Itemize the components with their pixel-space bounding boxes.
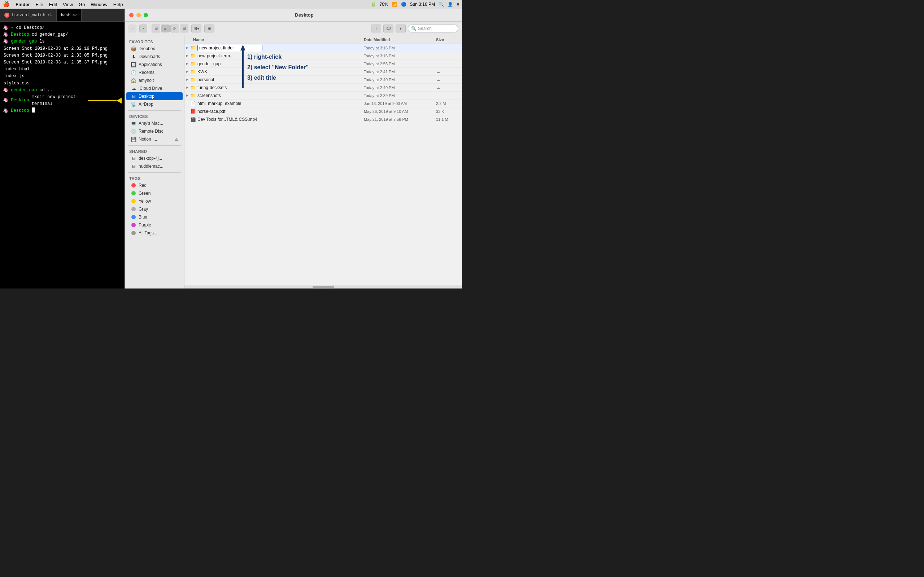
- menu-extra-icon[interactable]: ≡: [457, 2, 459, 7]
- sidebar-label-green: Green: [139, 191, 150, 196]
- sidebar-label-amys-mac: Amy's Mac...: [139, 121, 163, 126]
- sidebar-item-icloud-drive[interactable]: ☁ iCloud Drive: [126, 84, 183, 92]
- expand-1[interactable]: ▶: [184, 46, 190, 49]
- file-name-2: new-project-term...: [197, 53, 361, 58]
- sidebar-item-amyholt[interactable]: 🏠 amyholt: [126, 76, 183, 84]
- search-box[interactable]: 🔍 Search: [408, 24, 459, 32]
- help-menu[interactable]: Help: [113, 2, 123, 7]
- col-size-header[interactable]: Size: [433, 37, 462, 42]
- sidebar-item-dropbox[interactable]: 📦 Dropbox: [126, 45, 183, 53]
- sidebar-item-amys-mac[interactable]: 💻 Amy's Mac...: [126, 119, 183, 127]
- file-row-kwk[interactable]: ▶ 📁 KWK Today at 2:41 PM ☁: [184, 68, 462, 76]
- traffic-close[interactable]: [129, 13, 134, 17]
- sidebar-item-applications[interactable]: 🔲 Applications: [126, 61, 183, 69]
- file-row-horse-race[interactable]: ▶ 📕 horse-race.pdf May 26, 2019 at 9:10 …: [184, 108, 462, 115]
- sidebar-tag-purple[interactable]: Purple: [126, 221, 183, 229]
- terminal-line-6: 🦄 Desktop: [3, 108, 122, 114]
- sidebar-tag-gray[interactable]: Gray: [126, 205, 183, 213]
- col-date-header[interactable]: Date Modified: [361, 37, 433, 42]
- menu-bar: 🍎 Finder File Edit View Go Window Help 🔋…: [0, 0, 462, 9]
- sidebar-tag-all[interactable]: All Tags...: [126, 229, 183, 237]
- horizontal-scrollbar[interactable]: [184, 285, 462, 288]
- view-list-btn[interactable]: ≡: [161, 24, 170, 32]
- expand-4[interactable]: ▶: [184, 70, 190, 73]
- file-menu[interactable]: File: [36, 2, 43, 7]
- file-row-new-project-terminal[interactable]: ▶ 📁 new-project-term... Today at 3:16 PM: [184, 52, 462, 60]
- file-name-5: personal: [197, 77, 361, 82]
- sidebar-item-desktop[interactable]: 🖥 Desktop: [126, 92, 183, 100]
- apple-menu[interactable]: 🍎: [3, 1, 10, 8]
- prompt-path-3: gender_gap: [11, 38, 37, 45]
- view-menu[interactable]: View: [63, 2, 73, 7]
- more-action-btn[interactable]: ▾: [396, 24, 406, 32]
- file-row-gender-gap[interactable]: ▶ 📁 gender_gap Today at 2:56 PM: [184, 60, 462, 68]
- sidebar-tag-red[interactable]: Red: [126, 181, 183, 189]
- tab-1-label: fsevent_watch: [11, 13, 45, 18]
- col-name-header[interactable]: Name: [184, 37, 361, 42]
- sidebar-item-notion[interactable]: 💾 Notion I... ⏏: [126, 135, 183, 143]
- sidebar-tag-green[interactable]: Green: [126, 189, 183, 197]
- expand-2[interactable]: ▶: [184, 54, 190, 57]
- sidebar-label-recents: Recents: [139, 70, 155, 75]
- sidebar-item-desktop-4j[interactable]: 🖥 desktop-4j...: [126, 154, 183, 162]
- file-name-input[interactable]: [197, 45, 262, 51]
- nav-back-button[interactable]: ‹: [129, 24, 136, 32]
- view-column-btn[interactable]: ⫸: [170, 24, 179, 32]
- sidebar-item-airdrop[interactable]: 📡 AirDrop: [126, 100, 183, 108]
- tag-action-btn[interactable]: 🏷: [383, 24, 393, 32]
- arrow-spacer: [88, 98, 122, 103]
- sidebar-label-all-tags: All Tags...: [139, 230, 157, 235]
- file-size-4: ☁: [433, 69, 462, 74]
- cmd-1: cd Desktop/: [16, 24, 45, 31]
- cmd-3: ls: [39, 38, 44, 45]
- expand-7[interactable]: ▶: [184, 94, 190, 97]
- disc-icon: 💿: [131, 128, 136, 134]
- file-row-html-markup[interactable]: ▶ 📄 html_markup_example Jun 13, 2019 at …: [184, 100, 462, 108]
- sidebar-item-downloads[interactable]: ⬇ Downloads: [126, 53, 183, 61]
- sidebar-label-downloads: Downloads: [139, 54, 160, 59]
- view-icon-btn[interactable]: ⊞: [152, 24, 160, 32]
- icloud-icon: ☁: [131, 85, 136, 91]
- search-icon[interactable]: 🔍: [439, 2, 444, 7]
- go-menu[interactable]: Go: [79, 2, 85, 7]
- window-menu[interactable]: Window: [90, 2, 107, 7]
- file-row-screenshots[interactable]: ▶ 📁 screenshots Today at 2:39 PM: [184, 92, 462, 100]
- edit-menu[interactable]: Edit: [49, 2, 57, 7]
- expand-5[interactable]: ▶: [184, 78, 190, 81]
- sidebar-label-desktop: Desktop: [139, 94, 155, 99]
- airdrop-icon: 📡: [131, 102, 136, 107]
- terminal-tab-1[interactable]: ✕ fsevent_watch ●1: [0, 9, 57, 21]
- output-4: index.html: [3, 66, 122, 73]
- file-date-3: Today at 2:56 PM: [361, 62, 433, 66]
- view-gallery-btn[interactable]: ⊟: [180, 24, 188, 32]
- file-row-new-project-finder[interactable]: ▶ 📁 Today at 3:16 PM: [184, 44, 462, 52]
- file-size-9: 33 K: [433, 109, 462, 114]
- file-row-turing[interactable]: ▶ 📁 turing-decksets Today at 2:40 PM ☁: [184, 84, 462, 92]
- terminal-tab-2[interactable]: bash ⌘2: [57, 9, 82, 21]
- traffic-maximize[interactable]: [144, 13, 148, 17]
- finder-main: Name Date Modified Size ▶ 📁 Today at 3:1…: [184, 35, 462, 288]
- tag-red-icon: [131, 182, 136, 188]
- sidebar-item-recents[interactable]: 🕐 Recents: [126, 69, 183, 76]
- sidebar-item-remote-disc[interactable]: 💿 Remote Disc: [126, 127, 183, 135]
- share-action-btn[interactable]: ↑: [371, 24, 381, 32]
- file-date-1: Today at 3:16 PM: [361, 46, 433, 50]
- expand-3[interactable]: ▶: [184, 62, 190, 65]
- finder-menu[interactable]: Finder: [16, 2, 30, 7]
- file-row-dev-tools[interactable]: ▶ 🎬 Dev Tools for...TML& CSS.mp4 May 21,…: [184, 115, 462, 123]
- user-icon[interactable]: 👤: [447, 2, 453, 7]
- cmd-2: cd gender_gap/: [32, 31, 68, 38]
- sidebar-item-huddlemac[interactable]: 🖥 huddlemac...: [126, 162, 183, 170]
- nav-forward-button[interactable]: ›: [139, 24, 147, 32]
- terminal-line-3: 🦄 gender_gap ls: [3, 38, 122, 45]
- eject-icon[interactable]: ⏏: [175, 137, 178, 142]
- sidebar-tag-blue[interactable]: Blue: [126, 213, 183, 221]
- expand-6[interactable]: ▶: [184, 86, 190, 89]
- traffic-minimize[interactable]: [136, 13, 141, 17]
- file-name-editing[interactable]: [197, 45, 361, 51]
- sidebar-tag-yellow[interactable]: Yellow: [126, 197, 183, 205]
- file-row-personal[interactable]: ▶ 📁 personal Today at 2:40 PM ☁: [184, 76, 462, 84]
- tab-close-1[interactable]: ✕: [4, 13, 10, 18]
- sort-action-btn[interactable]: ⊞▾: [191, 24, 201, 32]
- settings-action-btn[interactable]: ⚙: [204, 24, 215, 32]
